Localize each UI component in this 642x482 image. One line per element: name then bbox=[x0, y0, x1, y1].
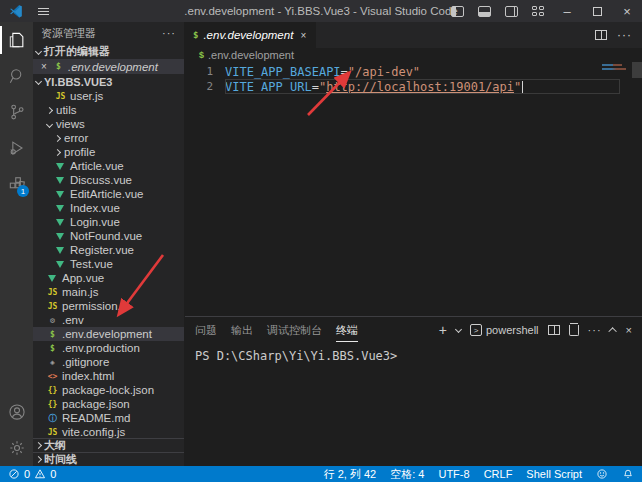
tree-item-.env.development[interactable]: $.env.development bbox=[33, 327, 184, 341]
line-number: 1 bbox=[185, 65, 213, 78]
tree-item-README.md[interactable]: ⓘREADME.md bbox=[33, 411, 184, 425]
toggle-secondary-sidebar-icon[interactable] bbox=[505, 6, 518, 17]
tree-item-Discuss.vue[interactable]: Discuss.vue bbox=[33, 173, 184, 187]
extensions-icon[interactable]: 1 bbox=[0, 166, 33, 202]
panel-tab-debug-console[interactable]: 调试控制台 bbox=[267, 319, 322, 342]
tree-item-NotFound.vue[interactable]: NotFound.vue bbox=[33, 229, 184, 243]
outline-section[interactable]: 大纲 bbox=[33, 438, 184, 452]
run-debug-icon[interactable] bbox=[0, 130, 33, 166]
source-control-icon[interactable] bbox=[0, 94, 33, 130]
editor-tab-bar: $ .env.development × ··· bbox=[185, 22, 642, 48]
terminal-output[interactable]: PS D:\CSharp\Yi\Yi.BBS.Vue3> bbox=[185, 343, 642, 466]
close-panel-icon[interactable]: × bbox=[626, 324, 632, 336]
status-language-mode[interactable]: Shell Script bbox=[526, 468, 582, 480]
menu-icon[interactable] bbox=[36, 6, 51, 17]
tree-item-Test.vue[interactable]: Test.vue bbox=[33, 257, 184, 271]
explorer-sidebar: 资源管理器 ··· 打开的编辑器 × $ .env.development YI… bbox=[33, 22, 185, 466]
tree-item-label: utils bbox=[56, 104, 76, 116]
feedback-icon[interactable] bbox=[596, 468, 608, 480]
status-encoding[interactable]: UTF-8 bbox=[438, 468, 469, 480]
status-indentation[interactable]: 空格: 4 bbox=[390, 467, 424, 482]
tree-item-Login.vue[interactable]: Login.vue bbox=[33, 215, 184, 229]
vue-file-icon bbox=[56, 205, 64, 212]
tree-item-vite.config.js[interactable]: JSvite.config.js bbox=[33, 425, 184, 438]
tree-item-.env[interactable]: ⚙.env bbox=[33, 313, 184, 327]
tree-item-label: Article.vue bbox=[70, 160, 124, 172]
tree-item-.gitignore[interactable]: ◈.gitignore bbox=[33, 355, 184, 369]
panel-tab-terminal[interactable]: 终端 bbox=[336, 319, 358, 342]
split-terminal-icon[interactable] bbox=[548, 325, 560, 335]
panel-tab-problems[interactable]: 问题 bbox=[195, 319, 217, 342]
tree-item-views[interactable]: views bbox=[33, 117, 184, 131]
tree-item-error[interactable]: error bbox=[33, 131, 184, 145]
tree-item-utils[interactable]: utils bbox=[33, 103, 184, 117]
terminal-profile-button[interactable]: > powershell bbox=[470, 324, 539, 336]
close-icon[interactable]: × bbox=[39, 61, 49, 72]
js-file-icon: JS bbox=[55, 92, 66, 101]
tree-item-label: .env.development bbox=[62, 328, 152, 340]
tree-item-package-lock.json[interactable]: {}package-lock.json bbox=[33, 383, 184, 397]
gear-file-icon: ⚙ bbox=[47, 316, 58, 325]
maximize-button[interactable] bbox=[582, 0, 612, 22]
open-editors-header[interactable]: 打开的编辑器 bbox=[33, 44, 184, 59]
code-editor[interactable]: 1 VITE_APP_BASEAPI="/api-dev" 2 VITE_APP… bbox=[185, 62, 642, 316]
tree-item-EditArticle.vue[interactable]: EditArticle.vue bbox=[33, 187, 184, 201]
env-file-icon: $ bbox=[193, 30, 198, 40]
tree-item-.env.production[interactable]: $.env.production bbox=[33, 341, 184, 355]
tree-item-App.vue[interactable]: App.vue bbox=[33, 271, 184, 285]
tree-item-label: vite.config.js bbox=[62, 426, 125, 438]
timeline-section[interactable]: 时间线 bbox=[33, 452, 184, 466]
vue-file-icon bbox=[56, 233, 64, 240]
tree-item-Index.vue[interactable]: Index.vue bbox=[33, 201, 184, 215]
tree-item-permission.js[interactable]: JSpermission.js bbox=[33, 299, 184, 313]
url-link[interactable]: http://localhost:19001/api bbox=[326, 80, 514, 94]
tree-item-Article.vue[interactable]: Article.vue bbox=[33, 159, 184, 173]
account-icon[interactable] bbox=[0, 394, 33, 430]
status-eol[interactable]: CRLF bbox=[484, 468, 513, 480]
code-line-2[interactable]: 2 VITE_APP_URL="http://localhost:19001/a… bbox=[185, 79, 642, 94]
status-cursor-position[interactable]: 行 2, 列 42 bbox=[324, 467, 377, 482]
explorer-icon[interactable] bbox=[0, 22, 33, 58]
tree-item-user.js[interactable]: JSuser.js bbox=[33, 89, 184, 103]
project-root-header[interactable]: YI.BBS.VUE3 bbox=[33, 74, 184, 89]
explorer-title: 资源管理器 bbox=[41, 26, 96, 41]
panel-tab-output[interactable]: 输出 bbox=[231, 319, 253, 342]
terminal-dropdown-icon[interactable] bbox=[455, 325, 462, 332]
status-bar: 0 0 行 2, 列 42空格: 4UTF-8CRLFShell Script bbox=[0, 466, 642, 482]
vue-file-icon bbox=[56, 247, 64, 254]
editor-more-actions-icon[interactable]: ··· bbox=[617, 28, 632, 42]
problems-status[interactable]: 0 0 bbox=[8, 468, 56, 480]
tree-item-Register.vue[interactable]: Register.vue bbox=[33, 243, 184, 257]
search-icon[interactable] bbox=[0, 58, 33, 94]
minimize-button[interactable]: – bbox=[552, 0, 582, 22]
tree-item-label: App.vue bbox=[62, 272, 104, 284]
tab-env-development[interactable]: $ .env.development × bbox=[185, 22, 316, 48]
panel-more-actions-icon[interactable]: ··· bbox=[588, 324, 602, 336]
explorer-more-actions-icon[interactable]: ··· bbox=[162, 27, 176, 39]
tree-item-profile[interactable]: profile bbox=[33, 145, 184, 159]
toggle-panel-icon[interactable] bbox=[478, 6, 491, 17]
editor-scrollbar[interactable] bbox=[632, 62, 642, 78]
minimap[interactable] bbox=[602, 64, 628, 104]
tab-close-icon[interactable]: × bbox=[298, 30, 308, 41]
new-terminal-icon[interactable]: + bbox=[439, 322, 447, 338]
customize-layout-icon[interactable] bbox=[532, 6, 545, 17]
breadcrumb[interactable]: $ .env.development bbox=[185, 48, 642, 62]
text-cursor bbox=[522, 81, 523, 93]
tree-item-label: Test.vue bbox=[70, 258, 113, 270]
warnings-icon bbox=[34, 468, 46, 480]
split-editor-icon[interactable] bbox=[595, 30, 607, 40]
tree-item-label: Register.vue bbox=[70, 244, 134, 256]
open-editor-item[interactable]: × $ .env.development bbox=[33, 59, 184, 74]
maximize-panel-icon[interactable] bbox=[608, 327, 616, 335]
tree-item-index.html[interactable]: <>index.html bbox=[33, 369, 184, 383]
notifications-bell-icon[interactable] bbox=[622, 468, 634, 480]
tree-item-label: .env bbox=[62, 314, 84, 326]
close-button[interactable]: × bbox=[612, 0, 642, 22]
toggle-sidebar-icon[interactable] bbox=[451, 6, 464, 17]
code-line-1[interactable]: 1 VITE_APP_BASEAPI="/api-dev" bbox=[185, 64, 642, 79]
kill-terminal-icon[interactable] bbox=[569, 325, 579, 336]
tree-item-package.json[interactable]: {}package.json bbox=[33, 397, 184, 411]
settings-gear-icon[interactable] bbox=[0, 430, 33, 466]
tree-item-main.js[interactable]: JSmain.js bbox=[33, 285, 184, 299]
